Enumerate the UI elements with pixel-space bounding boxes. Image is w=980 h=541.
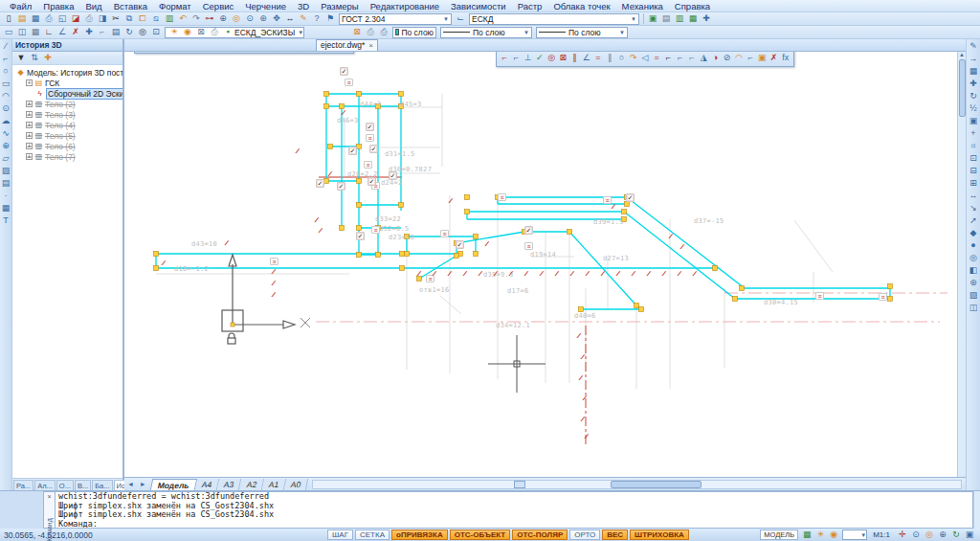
menu-Формат[interactable]: Формат: [153, 1, 197, 11]
tree-expander-icon[interactable]: +: [26, 132, 33, 139]
export-icon[interactable]: ◨: [97, 13, 108, 25]
cut-icon[interactable]: ✂: [110, 13, 122, 25]
gradient-icon[interactable]: ▤: [0, 178, 11, 190]
tree-expander-icon[interactable]: +: [26, 122, 33, 128]
copy2-icon[interactable]: ⊡: [968, 153, 979, 165]
new-icon[interactable]: ▯: [3, 13, 14, 25]
sheet-tab-A0[interactable]: A0: [284, 479, 309, 490]
window-icon[interactable]: ▭: [3, 27, 14, 38]
grid-icon[interactable]: ▦: [30, 27, 41, 38]
horizontal-scrollbar[interactable]: [312, 480, 962, 489]
standard-combo[interactable]: ЕСКД▼: [469, 13, 639, 25]
regen2-icon[interactable]: ↻: [950, 530, 962, 541]
fx-icon[interactable]: fx: [781, 53, 791, 64]
pencil-icon[interactable]: ✎: [298, 13, 309, 25]
gear-icon[interactable]: ⊛: [968, 278, 979, 289]
refresh-icon[interactable]: ↻: [123, 27, 135, 38]
fullscreen-icon[interactable]: ▣: [964, 530, 975, 541]
point-icon[interactable]: ·: [0, 191, 11, 202]
target-icon[interactable]: ◎: [968, 253, 979, 264]
dim-arc-icon[interactable]: ◠: [734, 53, 744, 64]
help-icon[interactable]: ?: [311, 13, 323, 25]
menu-Растр[interactable]: Растр: [512, 1, 548, 11]
status-toggle-ШАГ[interactable]: ШАГ: [327, 530, 353, 540]
document-tab[interactable]: ejector.dwg* ×: [316, 39, 378, 51]
delete-constraints-icon[interactable]: ✗: [768, 53, 778, 64]
menu-Черчение[interactable]: Черчение: [239, 1, 292, 11]
menu-Файл[interactable]: Файл: [4, 1, 37, 11]
panel-tab[interactable]: Ра...: [13, 480, 33, 490]
status-toggle-оПРИВЯЗКА[interactable]: оПРИВЯЗКА: [391, 530, 448, 540]
snap-icon[interactable]: ⌐: [97, 27, 108, 38]
scale-icon[interactable]: ½: [968, 103, 979, 115]
zoom-window2-icon[interactable]: ◎: [924, 530, 935, 541]
viewport-icon[interactable]: ◫: [16, 27, 28, 38]
pin-icon[interactable]: ✚: [42, 53, 54, 64]
dist-icon[interactable]: ↔: [284, 13, 296, 25]
draw-order-icon[interactable]: ✎: [968, 41, 979, 53]
node-icon[interactable]: ◆: [968, 228, 979, 239]
close-icon[interactable]: ×: [368, 40, 373, 51]
text-style-combo[interactable]: ГОСТ 2.304▼: [339, 13, 452, 25]
copy-icon[interactable]: ⧉: [123, 13, 135, 25]
rotate-icon[interactable]: ↻: [968, 91, 979, 102]
standard-icon[interactable]: ⌙: [455, 13, 466, 25]
save-icon[interactable]: ▦: [30, 13, 41, 25]
undo-icon[interactable]: ↶: [177, 13, 189, 25]
layer-freeze-icon[interactable]: ◉: [182, 27, 193, 38]
text-icon[interactable]: T: [0, 215, 11, 227]
grid-state-icon[interactable]: ▦: [801, 530, 813, 541]
move2-icon[interactable]: ✚: [968, 79, 979, 90]
equal-icon[interactable]: =: [652, 53, 661, 64]
leader-icon[interactable]: ➚: [968, 215, 979, 227]
menu-Сервис[interactable]: Сервис: [197, 1, 240, 11]
zoom-window-icon[interactable]: ◎: [231, 13, 242, 25]
hatch-icon[interactable]: ▨: [0, 166, 11, 177]
tree-expander-icon[interactable]: +: [26, 111, 33, 118]
stretch-icon[interactable]: ↔: [968, 191, 979, 202]
dim-angular-icon[interactable]: ◮: [699, 53, 708, 64]
tree-item[interactable]: ◆Модель: История 3D построений: [12, 67, 122, 78]
tree-item[interactable]: +▥Тело (2): [12, 99, 122, 109]
tree-item[interactable]: ϟСборочный 2D Эскиз (3): [12, 88, 122, 99]
sheet-tab-A3[interactable]: A3: [217, 479, 242, 490]
angle-constraint-icon[interactable]: ∠: [582, 53, 591, 64]
redo-icon[interactable]: ↷: [190, 13, 202, 25]
region-icon[interactable]: ▱: [0, 153, 11, 165]
dim-radius-icon[interactable]: ◑: [710, 53, 720, 64]
zoom-extents-icon[interactable]: ⊕: [937, 530, 948, 541]
tree-item[interactable]: +▤ГСК: [12, 78, 122, 88]
perpendicular-icon[interactable]: ⊥: [523, 53, 532, 64]
zoom-prev-icon[interactable]: ⊛: [257, 13, 269, 25]
polygon-icon[interactable]: ○: [0, 66, 11, 78]
linetype-combo[interactable]: По слою▼: [440, 27, 532, 38]
show-constraints-icon[interactable]: ▣: [757, 53, 767, 64]
pan-icon[interactable]: ✥: [271, 13, 282, 25]
scrollbar-thumb[interactable]: [959, 59, 966, 117]
eskd-tool3-icon[interactable]: ▥: [674, 13, 685, 25]
close-icon[interactable]: ×: [47, 493, 51, 500]
coincident-icon[interactable]: ⌐: [500, 53, 509, 64]
eskd-tool1-icon[interactable]: ▣: [647, 13, 658, 25]
ucs-icon[interactable]: ∟: [43, 27, 55, 38]
paste-icon[interactable]: ⧠: [137, 13, 148, 25]
plot-style2-icon[interactable]: ⎙: [378, 27, 390, 38]
sun-icon[interactable]: ◉: [828, 530, 839, 541]
eskd-tool2-icon[interactable]: ▤: [660, 13, 672, 25]
tree-item[interactable]: +▥Тело (7): [12, 151, 122, 162]
layer-combo[interactable]: ☀◉⊠⎙▪ ЕСКД_ЭСКИЗЫ▼: [165, 27, 304, 38]
rectangle-icon[interactable]: ▭: [0, 79, 11, 90]
menu-Облака точек[interactable]: Облака точек: [547, 1, 615, 11]
open-icon[interactable]: ▤: [16, 13, 28, 25]
color-combo[interactable]: По слою: [392, 27, 436, 38]
horizontal-icon[interactable]: =: [593, 53, 603, 64]
status-toggle-ШТРИХОВКА[interactable]: ШТРИХОВКА: [630, 530, 689, 540]
layer-on-icon[interactable]: ☀: [168, 27, 180, 38]
lamp-icon[interactable]: ☀: [814, 530, 826, 541]
sheet-tab-Модель[interactable]: Модель: [150, 479, 197, 490]
dim-aligned-icon[interactable]: ⌐: [676, 53, 685, 64]
scroll-up-icon[interactable]: ▲: [959, 52, 965, 57]
offset-icon[interactable]: ↘: [968, 203, 979, 214]
batch-plot-icon[interactable]: ⎙: [83, 13, 95, 25]
line-icon[interactable]: ∕: [0, 41, 11, 53]
